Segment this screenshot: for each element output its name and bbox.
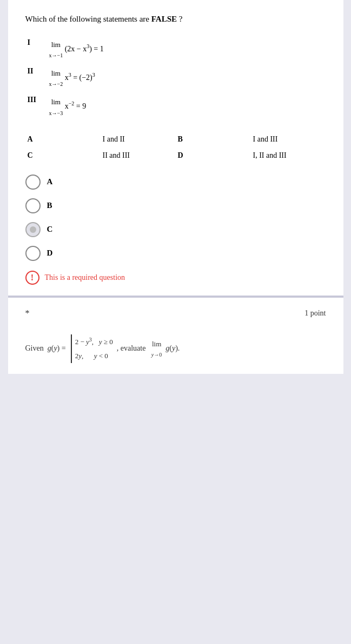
radio-circle-D[interactable] <box>25 246 41 261</box>
radio-circle-B[interactable] <box>25 198 41 213</box>
stmt-math-III: lim x→−3 x−2 = 9 <box>47 92 326 121</box>
statement-III: III lim x→−3 x−2 = 9 <box>25 92 326 121</box>
lim-expr-II: lim x→−2 <box>49 67 63 89</box>
lim-expr-I: lim x→−1 <box>49 38 63 61</box>
radio-item-B[interactable]: B <box>25 198 326 213</box>
stmt-label-III: III <box>25 92 47 121</box>
radio-item-A[interactable]: A <box>25 175 326 190</box>
opt-text-A: I and II <box>101 131 176 147</box>
star-label: * <box>25 308 30 318</box>
statements-table: I lim x→−1 (2x − x3) = 1 II lim <box>25 35 326 122</box>
radio-circle-C[interactable] <box>25 222 41 237</box>
opt-letter-A: A <box>25 131 101 147</box>
points-row: * 1 point <box>25 308 326 318</box>
lim-expr-III: lim x→−3 <box>49 96 63 118</box>
bold-false: FALSE <box>151 15 177 23</box>
radio-item-D[interactable]: D <box>25 246 326 261</box>
statement-I: I lim x→−1 (2x − x3) = 1 <box>25 35 326 64</box>
stmt-math-I: lim x→−1 (2x − x3) = 1 <box>47 35 326 64</box>
required-text: This is a required question <box>45 273 125 282</box>
radio-label-B: B <box>47 201 52 210</box>
radio-label-A: A <box>47 177 53 186</box>
options-table: A I and II B I and III C II and III D I,… <box>25 131 326 164</box>
opt-letter-B: B <box>176 131 251 147</box>
stmt-math-II: lim x→−2 x3 = (−2)3 <box>47 64 326 92</box>
opt-letter-C: C <box>25 147 101 164</box>
radio-label-D: D <box>47 249 53 258</box>
exclamation-icon: ! <box>25 271 39 285</box>
g-def: g(y) = <box>48 344 66 352</box>
radio-item-C[interactable]: C <box>25 222 326 237</box>
statement-II: II lim x→−2 x3 = (−2)3 <box>25 64 326 92</box>
stmt-label-I: I <box>25 35 47 64</box>
opt-letter-D: D <box>176 147 251 164</box>
radio-circle-A[interactable] <box>25 175 41 190</box>
question-title: Which of the following statements are FA… <box>25 13 326 25</box>
limit-g-expr: lim y→0 g(y). <box>151 344 180 352</box>
opt-text-B: I and III <box>251 131 326 147</box>
opt-text-D: I, II and III <box>251 147 326 164</box>
piecewise-expr: 2 − y3, y ≥ 0 2y, y < 0 <box>71 334 113 363</box>
opt-text-C: II and III <box>101 147 176 164</box>
next-question-text: Given g(y) = 2 − y3, y ≥ 0 2y, y < 0 , e… <box>25 334 326 363</box>
radio-label-C: C <box>47 225 53 234</box>
required-notice: ! This is a required question <box>25 271 326 285</box>
radio-group: A B C D <box>25 175 326 261</box>
next-question-block: * 1 point Given g(y) = 2 − y3, y ≥ 0 2y,… <box>8 298 343 374</box>
stmt-label-II: II <box>25 64 47 92</box>
points-label: 1 point <box>304 309 326 318</box>
